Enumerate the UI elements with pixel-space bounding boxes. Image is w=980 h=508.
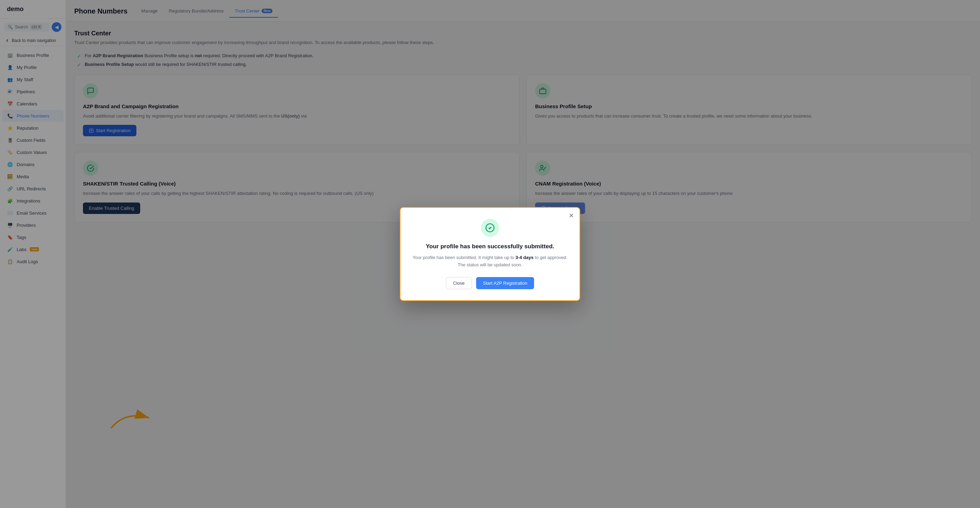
close-button[interactable]: Close [446,277,472,289]
modal-body: Your profile has been submitted. It migh… [412,254,568,269]
modal-overlay: ✕ Your profile has been successfully sub… [0,0,980,508]
modal-actions: Close Start A2P Registration [412,277,568,289]
modal-success-icon [481,219,499,237]
modal-close-button[interactable]: ✕ [569,213,574,219]
success-modal: ✕ Your profile has been successfully sub… [400,207,580,301]
modal-title: Your profile has been successfully submi… [412,243,568,250]
start-a2p-registration-button[interactable]: Start A2P Registration [476,277,535,289]
modal-icon-wrap [412,219,568,237]
check-icon [485,223,495,233]
